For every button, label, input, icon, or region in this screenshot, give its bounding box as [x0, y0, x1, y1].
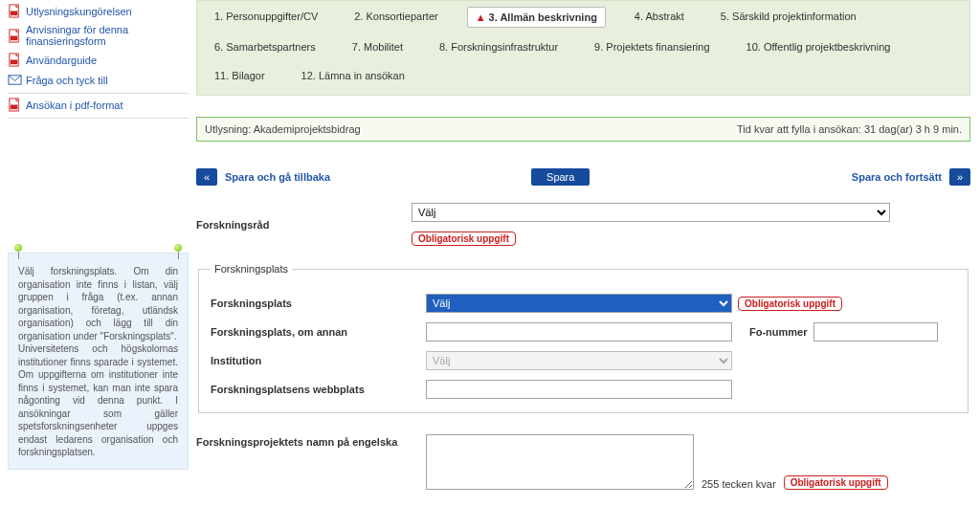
sidebar-link-label: Anvisningar för denna finansieringsform [26, 24, 189, 47]
research-place-website-label: Forskningsplatsens webbplats [211, 384, 426, 395]
tab-lamna-in-ansokan[interactable]: 12. Lämna in ansökan [294, 66, 412, 85]
save-forward-link[interactable]: Spara och fortsätt [852, 171, 942, 183]
research-place-fieldset: Forskningsplats Forskningsplats Välj Obl… [198, 263, 969, 413]
sidebar-link-instructions[interactable]: Anvisningar för denna finansieringsform [8, 24, 189, 47]
research-council-select[interactable]: Välj [412, 203, 890, 222]
tab-offentlig-projektbeskrivning[interactable]: 10. Offentlig projektbeskrivning [739, 37, 899, 56]
sidebar-link-pdf-application[interactable]: Ansökan i pdf-format [8, 98, 189, 112]
research-council-label: Forskningsråd [196, 219, 412, 231]
sidebar-link-feedback[interactable]: Fråga och tyck till [8, 73, 189, 87]
help-text: Välj forskningsplats. Om din organisatio… [18, 266, 178, 457]
research-place-select[interactable]: Välj [426, 294, 732, 313]
pdf-icon [8, 53, 22, 67]
required-badge: Obligatorisk uppgift [784, 475, 888, 490]
pdf-icon [8, 4, 22, 18]
institution-select: Välj [426, 351, 732, 370]
pin-icon [14, 244, 22, 257]
sidebar-link-label: Fråga och tyck till [26, 75, 108, 86]
sidebar-link-label: Utlysningskungörelsen [26, 6, 132, 17]
save-back-link[interactable]: Spara och gå tillbaka [225, 171, 330, 183]
warning-icon: ▲ [476, 11, 486, 23]
notice-right: Tid kvar att fylla i ansökan: 31 dag(ar)… [737, 123, 962, 135]
tab-mobilitet[interactable]: 7. Mobilitet [345, 37, 411, 56]
svg-rect-5 [11, 60, 18, 65]
sidebar-separator [8, 93, 189, 94]
fo-number-label: Fo-nummer [749, 326, 808, 338]
tab-projektets-finansiering[interactable]: 9. Projektets finansiering [587, 37, 717, 56]
tab-allman-beskrivning[interactable]: ▲3. Allmän beskrivning [467, 7, 606, 28]
research-place-legend: Forskningsplats [211, 263, 292, 275]
institution-label: Institution [211, 355, 426, 366]
research-place-other-label: Forskningsplats, om annan [211, 326, 426, 338]
sidebar: Utlysningskungörelsen Anvisningar för de… [0, 0, 196, 507]
notice-bar: Utlysning: Akademiprojektsbidrag Tid kva… [196, 117, 970, 142]
svg-rect-3 [11, 35, 18, 40]
fo-number-input [813, 322, 938, 342]
sidebar-link-label: Ansökan i pdf-format [26, 99, 123, 111]
research-place-website-input[interactable] [426, 380, 732, 399]
notice-left: Utlysning: Akademiprojektsbidrag [205, 123, 361, 135]
prev-button[interactable]: « [196, 168, 217, 186]
next-button[interactable]: » [949, 168, 970, 186]
sidebar-link-announcement[interactable]: Utlysningskungörelsen [8, 4, 189, 18]
help-note: Välj forskningsplats. Om din organisatio… [8, 253, 189, 470]
tab-konsortieparter[interactable]: 2. Konsortieparter [346, 7, 445, 28]
project-name-en-textarea[interactable] [426, 434, 694, 490]
tab-samarbetspartners[interactable]: 6. Samarbetspartners [207, 37, 323, 56]
tab-abstrakt[interactable]: 4. Abstrakt [627, 7, 692, 28]
project-name-en-label: Forskningsprojektets namn på engelska [196, 434, 426, 448]
pin-icon [174, 244, 182, 257]
tab-bar: 1. Personuppgifter/CV 2. Konsortieparter… [196, 0, 970, 96]
save-button[interactable]: Spara [531, 168, 590, 186]
sidebar-link-label: Användarguide [26, 55, 97, 66]
sidebar-separator [8, 118, 189, 119]
tab-bilagor[interactable]: 11. Bilagor [207, 66, 273, 85]
mail-icon [8, 73, 22, 87]
pdf-icon [8, 29, 22, 43]
tab-forskningsinfrastruktur[interactable]: 8. Forskningsinfrastruktur [432, 37, 566, 56]
required-badge: Obligatorisk uppgift [738, 297, 842, 311]
tab-personuppgifter[interactable]: 1. Personuppgifter/CV [207, 7, 325, 28]
research-place-other-input [426, 322, 732, 342]
pdf-icon [8, 98, 22, 112]
sidebar-link-userguide[interactable]: Användarguide [8, 53, 189, 67]
char-count-en: 255 tecken kvar [702, 478, 776, 490]
svg-rect-8 [11, 105, 18, 110]
research-place-label: Forskningsplats [211, 298, 426, 309]
main-content: 1. Personuppgifter/CV 2. Konsortieparter… [196, 0, 980, 507]
tab-sarskild-projektinformation[interactable]: 5. Särskild projektinformation [713, 7, 864, 28]
svg-rect-1 [11, 11, 18, 16]
required-badge: Obligatorisk uppgift [412, 231, 516, 246]
